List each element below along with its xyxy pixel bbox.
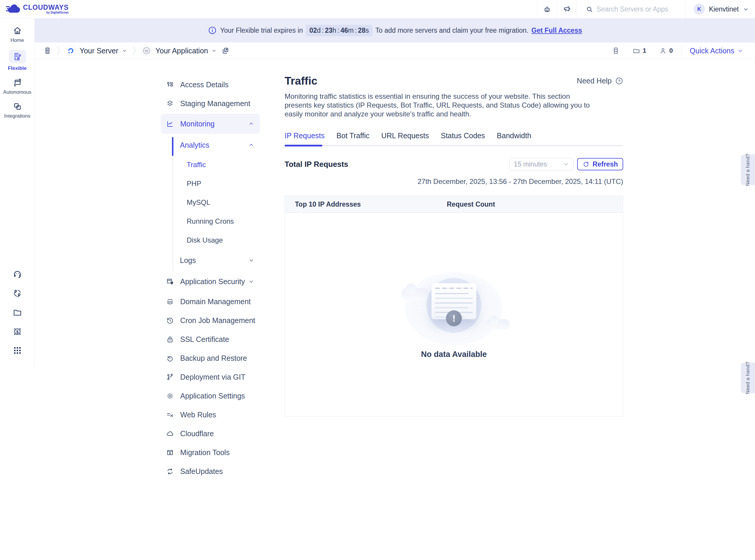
projects-folder-icon[interactable] — [633, 47, 640, 55]
lock-icon — [166, 335, 174, 343]
nav-analytics-traffic[interactable]: Traffic — [161, 155, 268, 174]
tab-bot-traffic[interactable]: Bot Traffic — [336, 132, 370, 145]
folder-icon — [13, 308, 22, 317]
empty-state-illustration: ! — [405, 270, 503, 347]
user-menu[interactable]: K Kienvtinet — [685, 0, 755, 18]
nav-domain-management[interactable]: www Domain Management — [161, 292, 268, 311]
tab-ip-requests[interactable]: IP Requests — [285, 132, 325, 145]
flexible-icon — [9, 50, 26, 63]
main-content: Traffic Need Help ? Monitoring traffic s… — [285, 74, 623, 417]
tab-bandwidth[interactable]: Bandwidth — [497, 132, 531, 145]
projects-button[interactable] — [13, 308, 22, 317]
team-members-icon[interactable] — [659, 47, 667, 55]
server-list-icon[interactable] — [44, 47, 51, 55]
nav-analytics-php[interactable]: PHP — [161, 174, 268, 193]
interval-value: 15 minutes — [514, 160, 547, 168]
apps-menu-button[interactable] — [13, 346, 22, 355]
user-name: Kienvtinet — [709, 5, 739, 13]
brand-subtitle: by DigitalOcean — [46, 11, 69, 15]
chevron-down-icon — [248, 257, 254, 263]
tab-status-codes[interactable]: Status Codes — [441, 132, 485, 145]
team-member-count: 0 — [669, 47, 673, 55]
rail-item-flexible[interactable]: Flexible — [0, 50, 35, 71]
nav-analytics-disk-usage[interactable]: Disk Usage — [161, 231, 268, 249]
tab-url-requests[interactable]: URL Requests — [381, 132, 429, 145]
help-icon: ? — [615, 77, 623, 85]
dollar-icon: $ — [13, 327, 22, 336]
open-app-icon[interactable] — [221, 47, 229, 55]
nav-staging-management[interactable]: Staging Management — [161, 94, 268, 113]
gear-icon — [166, 392, 174, 400]
chevron-up-icon — [248, 142, 254, 148]
nav-application-settings[interactable]: Application Settings — [161, 386, 268, 405]
interval-dropdown[interactable]: 15 minutes — [509, 158, 574, 171]
chevron-down-icon — [563, 161, 569, 167]
chevron-down-icon — [122, 48, 127, 53]
wordpress-icon: W — [141, 45, 152, 56]
rules-icon — [166, 411, 174, 419]
nav-safeupdates[interactable]: SafeUpdates — [161, 462, 268, 481]
cloud-icon — [166, 430, 174, 438]
banner-text: Your Flexible trial expires in — [220, 26, 303, 35]
server-name: Your Server — [80, 46, 118, 55]
tab-track — [285, 145, 623, 146]
cloud-decoration — [485, 319, 510, 330]
history-clock-icon — [166, 317, 174, 324]
search-placeholder: Search Servers or Apps — [597, 5, 668, 13]
active-tab-underline — [285, 145, 322, 146]
app-management-nav: Access Details Staging Management Monito… — [161, 75, 268, 481]
nav-monitoring[interactable]: Monitoring — [161, 114, 260, 134]
nav-access-details[interactable]: Access Details — [161, 75, 268, 94]
get-full-access-link[interactable]: Get Full Access — [531, 26, 582, 35]
layers-icon — [166, 100, 174, 107]
nav-cloudflare[interactable]: Cloudflare — [161, 424, 268, 443]
svg-text:$: $ — [16, 329, 18, 334]
rail-item-integrations[interactable]: Integrations — [0, 102, 35, 119]
nav-web-rules[interactable]: Web Rules — [161, 405, 268, 424]
nav-analytics-running-crons[interactable]: Running Crons — [161, 212, 268, 231]
section-title: Total IP Requests — [285, 160, 348, 169]
nav-backup-and-restore[interactable]: Backup and Restore — [161, 349, 268, 367]
rail-item-home[interactable]: Home — [0, 26, 35, 43]
search-icon — [586, 6, 593, 13]
nav-analytics[interactable]: Analytics — [161, 135, 268, 155]
need-a-hand-tab[interactable]: Need a hand? — [741, 362, 755, 393]
quick-actions-button[interactable]: Quick Actions — [690, 46, 743, 55]
need-a-hand-tab[interactable]: Need a hand? — [741, 155, 755, 185]
nav-deployment-via-git[interactable]: Deployment via GIT — [161, 367, 268, 386]
server-selector[interactable]: Your Server — [65, 45, 127, 56]
chart-line-icon — [166, 120, 174, 128]
chevron-down-icon — [211, 48, 217, 53]
server-rack-icon[interactable] — [612, 47, 620, 55]
ai-assistant-button[interactable] — [537, 0, 557, 18]
nav-logs[interactable]: Logs — [161, 249, 268, 271]
svg-text:W: W — [145, 48, 149, 53]
global-search[interactable]: Search Servers or Apps — [577, 0, 685, 18]
refresh-button[interactable]: Refresh — [577, 158, 623, 171]
page-description: Monitoring traffic statistics is essenti… — [285, 92, 591, 119]
key-icon — [166, 81, 174, 89]
announcements-button[interactable] — [557, 0, 577, 18]
need-help-button[interactable]: Need Help ? — [577, 77, 623, 85]
autonomous-icon — [13, 78, 22, 87]
chevron-down-icon — [739, 6, 749, 12]
cloudways-logo[interactable]: CLOUDWAYS by DigitalOcean — [0, 0, 61, 18]
support-button[interactable] — [13, 269, 22, 279]
nav-ssl-certificate[interactable]: SSL Certificate — [161, 330, 268, 349]
traffic-tabs: IP Requests Bot Traffic URL Requests Sta… — [285, 132, 623, 146]
cloudways-cloud-icon — [5, 3, 21, 15]
nav-migration-tools[interactable]: Migration Tools — [161, 443, 268, 462]
referral-button[interactable] — [13, 288, 22, 298]
rail-item-autonomous[interactable]: Autonomous — [0, 78, 35, 95]
nav-cron-job-management[interactable]: Cron Job Management — [161, 311, 268, 330]
report-date-range: 27th December, 2025, 13:56 - 27th Decemb… — [285, 177, 623, 186]
nav-analytics-mysql[interactable]: MySQL — [161, 193, 268, 212]
robot-icon — [543, 5, 551, 13]
referral-icon — [13, 288, 22, 298]
nav-application-security[interactable]: Application Security — [161, 271, 268, 292]
top-header: CLOUDWAYS by DigitalOcean — [0, 0, 755, 19]
application-selector[interactable]: W Your Application — [141, 45, 217, 56]
billing-button[interactable]: $ — [13, 327, 22, 336]
info-icon — [208, 26, 217, 35]
home-icon — [13, 26, 22, 35]
